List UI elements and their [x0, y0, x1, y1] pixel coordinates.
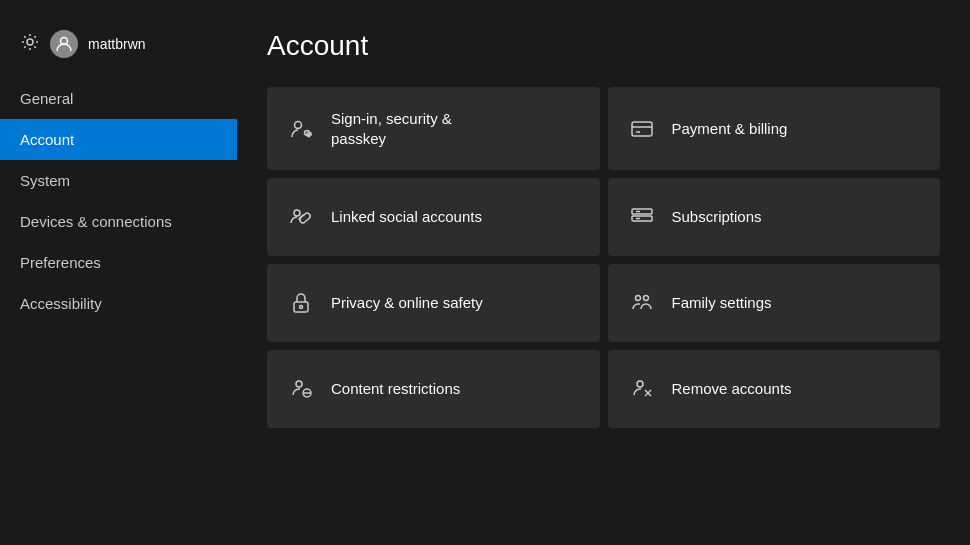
svg-rect-9 [632, 209, 652, 214]
sidebar-navigation: General Account System Devices & connect… [0, 78, 237, 324]
tile-family-label: Family settings [672, 293, 772, 313]
tile-family[interactable]: Family settings [608, 264, 941, 342]
svg-point-20 [637, 381, 643, 387]
svg-point-14 [300, 306, 303, 309]
tile-linked-social[interactable]: Linked social accounts [267, 178, 600, 256]
profile-section: mattbrwn [0, 20, 237, 78]
svg-rect-4 [632, 122, 652, 136]
svg-point-15 [635, 296, 640, 301]
tile-payment[interactable]: Payment & billing [608, 87, 941, 170]
sidebar-item-system[interactable]: System [0, 160, 237, 201]
tile-payment-label: Payment & billing [672, 119, 788, 139]
tile-sign-in-label: Sign-in, security &passkey [331, 109, 452, 148]
avatar [50, 30, 78, 58]
main-content: Account Sign-in, security &passkey [237, 0, 970, 545]
page-title: Account [267, 30, 940, 62]
tile-subscriptions[interactable]: Subscriptions [608, 178, 941, 256]
gear-icon [20, 32, 40, 57]
svg-point-16 [643, 296, 648, 301]
svg-point-17 [296, 381, 302, 387]
svg-point-0 [27, 39, 33, 45]
card-icon [628, 117, 656, 141]
tile-privacy[interactable]: Privacy & online safety [267, 264, 600, 342]
link-person-icon [287, 205, 315, 229]
person-restrict-icon [287, 377, 315, 401]
tile-subscriptions-label: Subscriptions [672, 207, 762, 227]
sidebar-item-account[interactable]: Account [0, 119, 237, 160]
svg-point-7 [294, 210, 300, 216]
tiles-grid: Sign-in, security &passkey Payment & bil… [267, 87, 940, 428]
lock-icon [287, 291, 315, 315]
person-key-icon [287, 117, 315, 141]
tile-privacy-label: Privacy & online safety [331, 293, 483, 313]
sidebar-item-general[interactable]: General [0, 78, 237, 119]
subscriptions-icon [628, 205, 656, 229]
svg-point-2 [295, 121, 302, 128]
svg-rect-10 [632, 216, 652, 221]
username-label: mattbrwn [88, 36, 146, 52]
person-remove-icon [628, 377, 656, 401]
tile-sign-in[interactable]: Sign-in, security &passkey [267, 87, 600, 170]
sidebar: mattbrwn General Account System Devices … [0, 0, 237, 545]
sidebar-item-preferences[interactable]: Preferences [0, 242, 237, 283]
tile-remove-accounts-label: Remove accounts [672, 379, 792, 399]
svg-rect-13 [294, 302, 308, 312]
family-icon [628, 291, 656, 315]
sidebar-item-accessibility[interactable]: Accessibility [0, 283, 237, 324]
tile-remove-accounts[interactable]: Remove accounts [608, 350, 941, 428]
tile-content-restrictions-label: Content restrictions [331, 379, 460, 399]
sidebar-item-devices[interactable]: Devices & connections [0, 201, 237, 242]
tile-linked-social-label: Linked social accounts [331, 207, 482, 227]
tile-content-restrictions[interactable]: Content restrictions [267, 350, 600, 428]
